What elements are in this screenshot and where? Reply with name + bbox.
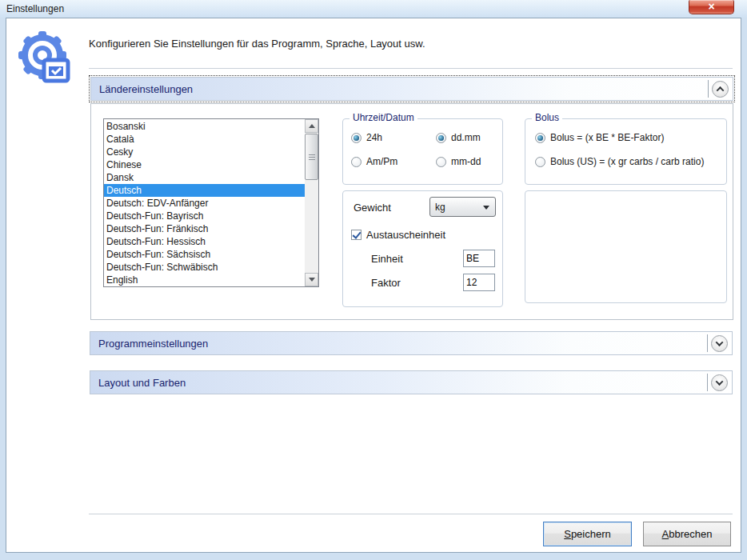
section-header-layout-und-farben[interactable]: Layout und Farben: [90, 370, 733, 394]
list-item[interactable]: Deutsch-Fun: Hessisch: [104, 235, 305, 248]
list-item[interactable]: Deutsch: EDV-Anfänger: [104, 197, 305, 210]
empty-panel: [525, 190, 727, 303]
weight-unit-dropdown[interactable]: kg: [429, 197, 496, 217]
chevron-down-icon: [716, 338, 724, 346]
window-title: Einstellungen: [6, 3, 64, 14]
arrow-up-icon: [309, 124, 315, 128]
list-item[interactable]: Deutsch-Fun: Sächsisch: [104, 248, 305, 261]
title-bar[interactable]: Einstellungen ×: [0, 0, 747, 18]
list-item[interactable]: Cesky: [104, 146, 305, 158]
list-item[interactable]: Deutsch-Fun: Fränkisch: [104, 222, 305, 235]
group-title-time-date: Uhrzeit/Datum: [350, 112, 417, 123]
list-item[interactable]: Bosanski: [104, 120, 305, 133]
chevron-down-icon: [716, 378, 724, 386]
settings-dialog: Konfigurieren Sie Einstellungen für das …: [6, 18, 741, 553]
list-item-selected[interactable]: Deutsch: [104, 184, 305, 197]
chevron-up-icon: [717, 86, 725, 94]
radio-icon-selected[interactable]: [351, 133, 362, 143]
group-weight: Gewicht kg Austauscheinheit Einheit Fakt…: [342, 190, 503, 307]
radio-label: Bolus (US) = (x gr carbs / carb ratio): [550, 156, 704, 167]
chevron-down-icon: [483, 206, 489, 210]
list-item[interactable]: Dansk: [104, 171, 305, 184]
group-bolus: Bolus Bolus = (x BE * BE-Faktor) Bolus (…: [525, 118, 727, 185]
section-header-laendereinstellungen[interactable]: Ländereinstellungen: [90, 77, 733, 101]
footer-separator: [89, 514, 733, 514]
list-item[interactable]: Deutsch-Fun: Bayrisch: [104, 210, 305, 222]
radio-option-ampm[interactable]: Am/Pm: [351, 156, 397, 167]
section-title: Layout und Farben: [98, 377, 186, 389]
save-button[interactable]: Speichern: [543, 522, 632, 546]
close-icon: ×: [708, 0, 714, 13]
radio-label: mm-dd: [451, 156, 481, 167]
radio-label: Am/Pm: [366, 156, 397, 167]
radio-option-bolus-be[interactable]: Bolus = (x BE * BE-Faktor): [535, 132, 664, 143]
factor-label: Faktor: [371, 277, 401, 289]
list-item[interactable]: Deutsch-Fun: Schwäbisch: [104, 261, 305, 274]
radio-option-24h[interactable]: 24h: [351, 132, 382, 143]
header-divider: [708, 80, 709, 98]
save-button-label: peichern: [571, 528, 611, 540]
collapse-button[interactable]: [712, 81, 729, 98]
close-button[interactable]: ×: [689, 0, 734, 14]
cancel-button-label: bbrechen: [669, 528, 712, 540]
list-item[interactable]: Català: [104, 133, 305, 146]
scrollbar-thumb[interactable]: [305, 134, 318, 180]
language-listbox[interactable]: Bosanski Català Cesky Chinese Dansk Deut…: [103, 118, 319, 287]
radio-option-ddmm[interactable]: dd.mm: [436, 132, 481, 143]
factor-input[interactable]: [463, 274, 495, 291]
grip-icon: [309, 154, 315, 160]
checkbox-icon-checked[interactable]: [351, 230, 362, 240]
cancel-button-accel: A: [662, 528, 669, 540]
checkbox-label: Austauscheinheit: [366, 229, 445, 241]
radio-icon-selected[interactable]: [535, 133, 545, 143]
dialog-description: Konfigurieren Sie Einstellungen für das …: [89, 38, 425, 50]
header-divider: [707, 334, 708, 352]
radio-label: dd.mm: [451, 132, 481, 143]
group-title-bolus: Bolus: [532, 112, 562, 123]
top-separator: [89, 68, 733, 69]
unit-input[interactable]: [463, 250, 495, 267]
unit-label: Einheit: [371, 253, 403, 265]
section-header-programmeinstellungen[interactable]: Programmeinstellungen: [90, 331, 733, 355]
radio-icon[interactable]: [351, 157, 362, 167]
section-title: Ländereinstellungen: [99, 83, 193, 95]
radio-label: Bolus = (x BE * BE-Faktor): [550, 132, 664, 143]
radio-icon[interactable]: [535, 157, 545, 167]
cancel-button[interactable]: Abbrechen: [643, 522, 731, 546]
scroll-down-button[interactable]: [305, 273, 318, 286]
section-title: Programmeinstellungen: [98, 338, 208, 350]
radio-icon[interactable]: [436, 157, 446, 167]
exchange-unit-checkbox-row[interactable]: Austauscheinheit: [351, 229, 445, 241]
expand-button[interactable]: [711, 335, 728, 352]
list-item[interactable]: English: [104, 274, 305, 286]
radio-label: 24h: [366, 132, 382, 143]
arrow-down-icon: [309, 278, 315, 282]
list-scrollbar[interactable]: [305, 119, 318, 286]
scroll-up-button[interactable]: [305, 119, 318, 133]
dropdown-value: kg: [435, 202, 445, 213]
settings-gear-icon: [15, 30, 73, 87]
radio-option-mmdd[interactable]: mm-dd: [436, 156, 481, 167]
header-divider: [707, 374, 708, 391]
radio-icon-selected[interactable]: [436, 133, 446, 143]
radio-option-bolus-us[interactable]: Bolus (US) = (x gr carbs / carb ratio): [535, 156, 704, 167]
group-time-date: Uhrzeit/Datum 24h dd.mm Am/Pm mm-dd: [342, 118, 503, 185]
expand-button[interactable]: [711, 374, 728, 391]
weight-label: Gewicht: [354, 202, 391, 214]
save-button-accel: S: [564, 528, 571, 540]
language-list: Bosanski Català Cesky Chinese Dansk Deut…: [104, 120, 305, 286]
list-item[interactable]: Chinese: [104, 158, 305, 171]
